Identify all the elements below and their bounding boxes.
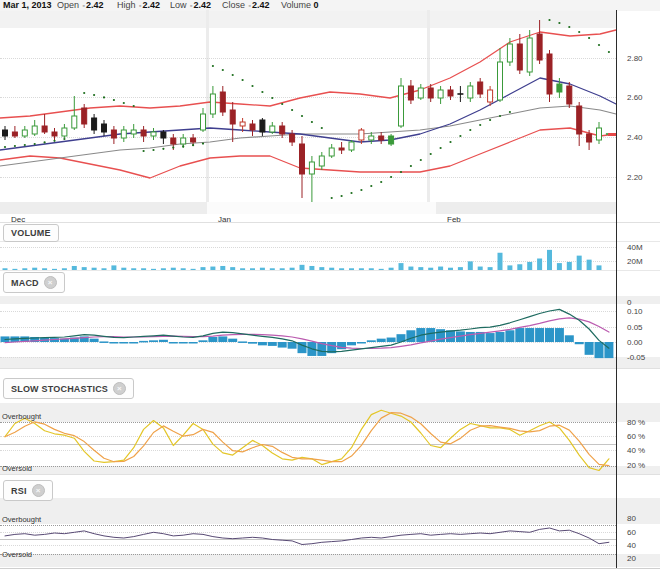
volume-panel-button[interactable]: VOLUME	[3, 224, 59, 242]
rsi-oversold-label: Oversold	[2, 550, 32, 559]
rsi-panel-label: RSI	[11, 486, 27, 496]
stochastics-panel-label: SLOW STOCHASTICS	[11, 384, 108, 394]
macd-panel-label: MACD	[11, 278, 39, 288]
stochastics-panel-button[interactable]: SLOW STOCHASTICS ×	[3, 378, 134, 399]
rsi-panel-button[interactable]: RSI ×	[3, 480, 53, 501]
close-icon[interactable]: ×	[44, 276, 57, 289]
stoch-overbought-label: Overbought	[2, 412, 41, 421]
macd-panel-button[interactable]: MACD ×	[3, 272, 65, 293]
chart-canvas[interactable]	[0, 0, 660, 575]
y-axis-gutter[interactable]	[617, 10, 660, 568]
last-price-tick	[608, 133, 616, 136]
close-icon[interactable]: ×	[32, 484, 45, 497]
stock-chart-app: Mar 1, 2013 Open ▫2.42High ▫2.42Low ▫2.4…	[0, 0, 660, 575]
rsi-overbought-label: Overbought	[2, 515, 41, 524]
volume-panel-label: VOLUME	[11, 228, 51, 238]
close-icon[interactable]: ×	[113, 382, 126, 395]
stoch-oversold-label: Oversold	[2, 464, 32, 473]
